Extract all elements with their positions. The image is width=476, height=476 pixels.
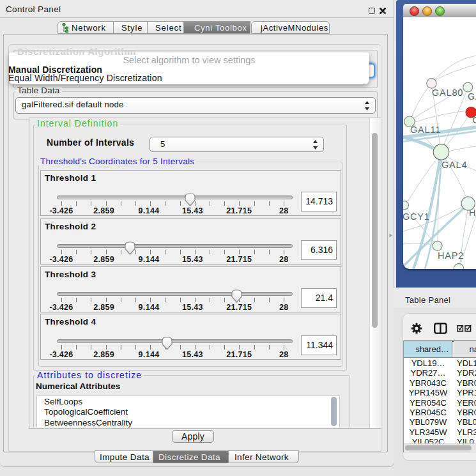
svg-text:GAL11: GAL11 [410,125,441,135]
svg-text:HI: HI [469,208,476,218]
svg-text:GAL80: GAL80 [432,88,463,98]
svg-text:GCY1: GCY1 [403,211,430,222]
svg-text:GAL4: GAL4 [441,160,467,170]
svg-text:C: C [473,115,476,125]
svg-text:HAP2: HAP2 [438,250,464,261]
svg-text:GA: GA [468,91,476,102]
